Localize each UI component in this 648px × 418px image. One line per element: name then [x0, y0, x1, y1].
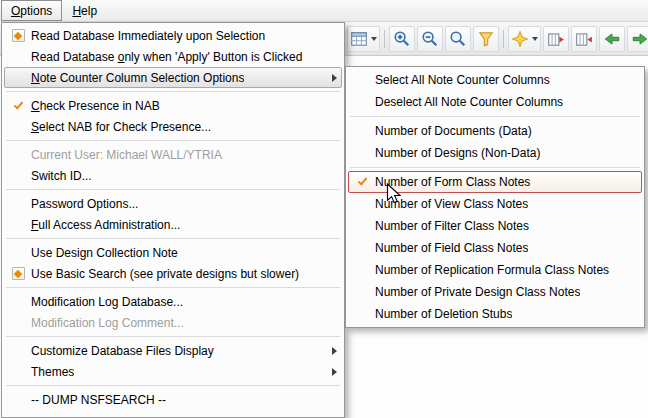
- options-menu-item-label: Modification Log Database...: [31, 295, 183, 309]
- options-menu-separator: [6, 91, 340, 92]
- menubar-item-help[interactable]: Help: [62, 0, 107, 21]
- note-counter-submenu: Select All Note Counter ColumnsDeselect …: [345, 66, 645, 328]
- diamond-icon: [5, 29, 31, 42]
- toolbar-separator: [384, 30, 385, 48]
- remove-column-icon[interactable]: [571, 26, 597, 52]
- options-menu-item-read-database-immediately-upon-selection[interactable]: Read Database Immediately upon Selection: [4, 25, 342, 46]
- submenu-item-label: Number of Replication Formula Class Note…: [375, 263, 609, 277]
- submenu-separator: [350, 167, 640, 168]
- options-menu-item-label: Check Presence in NAB: [31, 99, 160, 113]
- options-menu-item-themes[interactable]: Themes: [4, 361, 342, 382]
- options-menu-item-label: Password Options...: [31, 197, 138, 211]
- submenu-item-number-of-replication-formula-class-notes[interactable]: Number of Replication Formula Class Note…: [348, 259, 642, 281]
- menubar: OptionsHelp: [0, 0, 648, 22]
- submenu-item-label: Number of Documents (Data): [375, 124, 532, 138]
- zoom-out-icon[interactable]: [417, 26, 443, 52]
- options-menu-separator: [6, 287, 340, 288]
- toolbar-separator: [503, 30, 504, 48]
- options-menu-separator: [6, 238, 340, 239]
- options-menu-item-use-design-collection-note[interactable]: Use Design Collection Note: [4, 242, 342, 263]
- options-menu-item-label: Modification Log Comment...: [31, 316, 184, 330]
- options-menu-separator: [6, 385, 340, 386]
- options-menu-item-label: Current User: Michael WALL/YTRIA: [31, 148, 222, 162]
- options-menu-item-label: Switch ID...: [31, 169, 92, 183]
- options-menu-item-note-counter-column-selection-options[interactable]: Note Counter Column Selection Options: [4, 67, 342, 88]
- options-menu-separator: [6, 189, 340, 190]
- options-menu-item-modification-log-database[interactable]: Modification Log Database...: [4, 291, 342, 312]
- filter-icon[interactable]: [473, 26, 499, 52]
- options-menu-item-label: Use Basic Search (see private designs bu…: [31, 267, 299, 281]
- submenu-item-number-of-documents-data[interactable]: Number of Documents (Data): [348, 120, 642, 142]
- submenu-separator: [350, 116, 640, 117]
- check-icon: [349, 181, 375, 183]
- submenu-item-number-of-designs-non-data[interactable]: Number of Designs (Non-Data): [348, 142, 642, 164]
- options-menu-item-label: Themes: [31, 365, 74, 379]
- submenu-item-number-of-filter-class-notes[interactable]: Number of Filter Class Notes: [348, 215, 642, 237]
- options-menu-item-label: Full Access Administration...: [31, 218, 180, 232]
- options-menu-item-dump-nsfsearch[interactable]: -- DUMP NSFSEARCH --: [4, 389, 342, 410]
- submenu-item-label: Number of View Class Notes: [375, 197, 528, 211]
- submenu-item-label: Number of Designs (Non-Data): [375, 146, 540, 160]
- options-menu-item-customize-database-files-display[interactable]: Customize Database Files Display: [4, 340, 342, 361]
- options-menu-item-label: Use Design Collection Note: [31, 246, 178, 260]
- dropdown-arrow-icon: [532, 37, 538, 41]
- options-menu-item-label: Note Counter Column Selection Options: [31, 71, 244, 85]
- options-menu-item-label: Select NAB for Check Presence...: [31, 120, 211, 134]
- submenu-item-number-of-deletion-stubs[interactable]: Number of Deletion Stubs: [348, 303, 642, 325]
- zoom-reset-icon[interactable]: [445, 26, 471, 52]
- submenu-item-number-of-view-class-notes[interactable]: Number of View Class Notes: [348, 193, 642, 215]
- submenu-item-number-of-field-class-notes[interactable]: Number of Field Class Notes: [348, 237, 642, 259]
- options-menu-item-check-presence-in-nab[interactable]: Check Presence in NAB: [4, 95, 342, 116]
- app-window: OptionsHelp Read Database Immediately up…: [0, 0, 648, 418]
- submenu-item-deselect-all-note-counter-columns[interactable]: Deselect All Note Counter Columns: [348, 91, 642, 113]
- submenu-arrow-icon: [332, 368, 337, 376]
- toolbar-icons: [346, 26, 648, 52]
- export-icon[interactable]: [627, 26, 648, 52]
- submenu-arrow-icon: [332, 347, 337, 355]
- options-menu-item-use-basic-search-see-private-designs-but-slower[interactable]: Use Basic Search (see private designs bu…: [4, 263, 342, 284]
- options-menu-item-password-options[interactable]: Password Options...: [4, 193, 342, 214]
- options-menu-item-full-access-administration[interactable]: Full Access Administration...: [4, 214, 342, 235]
- submenu-arrow-icon: [332, 74, 337, 82]
- submenu-item-label: Number of Field Class Notes: [375, 241, 528, 255]
- options-menu-item-switch-id[interactable]: Switch ID...: [4, 165, 342, 186]
- dropdown-arrow-icon: [371, 37, 377, 41]
- options-menu-item-label: Customize Database Files Display: [31, 344, 214, 358]
- options-menu-item-current-user-michael-wall-ytria: Current User: Michael WALL/YTRIA: [4, 144, 342, 165]
- submenu-item-label: Number of Deletion Stubs: [375, 307, 512, 321]
- import-icon[interactable]: [599, 26, 625, 52]
- options-menu-item-label: -- DUMP NSFSEARCH --: [31, 393, 166, 407]
- submenu-item-label: Number of Form Class Notes: [375, 175, 530, 189]
- submenu-item-label: Select All Note Counter Columns: [375, 73, 550, 87]
- options-menu-separator: [6, 140, 340, 141]
- submenu-item-number-of-form-class-notes[interactable]: Number of Form Class Notes: [348, 171, 642, 193]
- submenu-item-select-all-note-counter-columns[interactable]: Select All Note Counter Columns: [348, 69, 642, 91]
- view-options-icon[interactable]: [347, 26, 380, 52]
- options-menu-item-select-nab-for-check-presence[interactable]: Select NAB for Check Presence...: [4, 116, 342, 137]
- insert-column-icon[interactable]: [543, 26, 569, 52]
- diamond-icon: [5, 267, 31, 280]
- menubar-item-options[interactable]: Options: [1, 0, 62, 21]
- zoom-in-icon[interactable]: [389, 26, 415, 52]
- submenu-item-number-of-private-design-class-notes[interactable]: Number of Private Design Class Notes: [348, 281, 642, 303]
- submenu-item-label: Deselect All Note Counter Columns: [375, 95, 563, 109]
- options-menu-item-modification-log-comment: Modification Log Comment...: [4, 312, 342, 333]
- submenu-item-label: Number of Private Design Class Notes: [375, 285, 580, 299]
- new-item-icon[interactable]: [508, 26, 541, 52]
- check-icon: [5, 105, 31, 107]
- options-menu-item-label: Read Database Immediately upon Selection: [31, 29, 265, 43]
- options-menu: Read Database Immediately upon Selection…: [1, 22, 345, 418]
- submenu-item-label: Number of Filter Class Notes: [375, 219, 529, 233]
- options-menu-item-read-database-only-when-apply-button-is-clicked[interactable]: Read Database only when 'Apply' Button i…: [4, 46, 342, 67]
- options-menu-item-label: Read Database only when 'Apply' Button i…: [31, 50, 302, 64]
- options-menu-separator: [6, 336, 340, 337]
